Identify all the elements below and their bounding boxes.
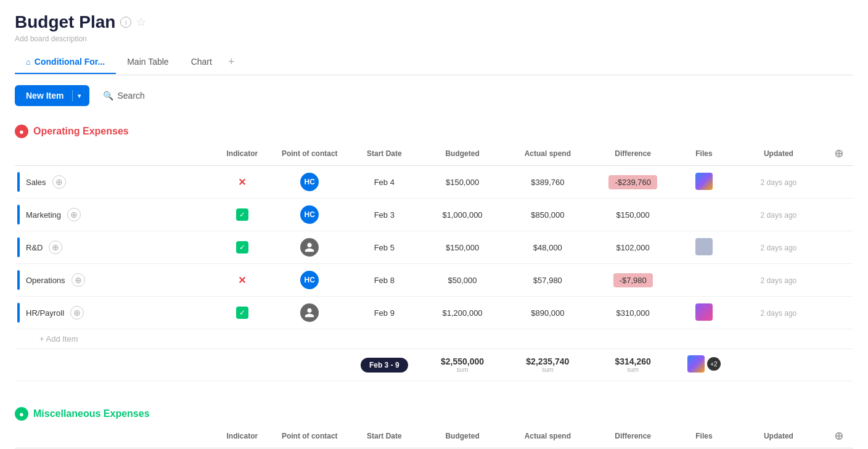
col-header-actualspend: Actual spend bbox=[505, 142, 590, 166]
updated-value: 2 days ago bbox=[761, 211, 797, 220]
summary-actual-label: sum bbox=[507, 366, 588, 373]
page-title: Budget Plan bbox=[15, 12, 115, 32]
summary-empty-updated bbox=[732, 349, 825, 381]
difference-cell: -$239,760 bbox=[591, 166, 676, 199]
updated-value: 2 days ago bbox=[761, 309, 797, 318]
avatar-anon bbox=[300, 238, 319, 257]
budgeted-value: $50,000 bbox=[448, 276, 477, 285]
name-cell: Sales ⊕ bbox=[17, 172, 211, 192]
miscellaneous-expenses-section: ● Miscellaneous Expenses bbox=[15, 403, 853, 449]
operating-expenses-summary-row: Feb 3 - 9 $2,550,000 sum $2,235,740 sum … bbox=[15, 349, 853, 381]
col-header-files: Files bbox=[676, 142, 732, 166]
misc-col-header-indicator: Indicator bbox=[214, 424, 271, 448]
add-item-link[interactable]: + Add Item bbox=[39, 334, 78, 344]
difference-cell: $102,000 bbox=[591, 231, 676, 264]
files-cell bbox=[676, 297, 732, 329]
difference-cell: $310,000 bbox=[591, 297, 676, 329]
operating-expenses-table-wrap: Indicator Point of contact Start Date Bu… bbox=[15, 142, 853, 349]
col-header-poc: Point of contact bbox=[271, 142, 349, 166]
add-subitem-button[interactable]: ⊕ bbox=[70, 306, 84, 319]
misc-expenses-col-headers: Indicator Point of contact Start Date Bu… bbox=[15, 424, 853, 448]
updated-value: 2 days ago bbox=[761, 178, 797, 187]
tab-chart[interactable]: Chart bbox=[180, 51, 223, 74]
indicator-check-icon: ✓ bbox=[236, 208, 248, 221]
indicator-x-icon: ✕ bbox=[238, 275, 246, 286]
add-subitem-button[interactable]: ⊕ bbox=[52, 175, 66, 189]
tab-main-table[interactable]: Main Table bbox=[116, 51, 179, 74]
indicator-check-icon: ✓ bbox=[236, 241, 248, 253]
row-name: Sales bbox=[26, 178, 46, 187]
add-subitem-button[interactable]: ⊕ bbox=[49, 241, 62, 254]
favorite-icon[interactable]: ☆ bbox=[136, 15, 146, 29]
name-cell: Operations ⊕ bbox=[17, 270, 211, 290]
actual-spend-cell: $57,980 bbox=[505, 264, 590, 297]
file-thumbnail bbox=[695, 238, 713, 255]
table-row: HR/Payroll ⊕ ✓ Feb 9 $1,200,000 $890,000… bbox=[15, 297, 853, 329]
updated-value: 2 days ago bbox=[761, 244, 797, 252]
summary-difference: $314,260 sum bbox=[591, 349, 676, 381]
indicator-x-icon: ✕ bbox=[238, 177, 246, 187]
misc-col-header-files: Files bbox=[676, 424, 732, 448]
operating-expenses-table: Indicator Point of contact Start Date Bu… bbox=[15, 142, 853, 349]
info-icon[interactable]: i bbox=[120, 17, 131, 28]
date-value: Feb 9 bbox=[374, 308, 395, 318]
tabs-bar: ⌂ Conditional For... Main Table Chart + bbox=[15, 49, 853, 75]
new-item-button[interactable]: New Item ▾ bbox=[15, 85, 89, 106]
summary-empty-indicator bbox=[214, 349, 271, 381]
operating-expenses-summary-wrap: Feb 3 - 9 $2,550,000 sum $2,235,740 sum … bbox=[15, 349, 853, 381]
miscellaneous-expenses-toggle[interactable]: ● bbox=[15, 407, 28, 421]
tab-conditional-label: Conditional For... bbox=[35, 57, 105, 67]
name-cell: R&D ⊕ bbox=[17, 237, 211, 257]
search-icon: 🔍 bbox=[103, 91, 113, 101]
actual-spend-cell: $850,000 bbox=[505, 199, 590, 231]
misc-col-header-difference: Difference bbox=[591, 424, 676, 448]
new-item-label: New Item bbox=[26, 91, 63, 101]
poc-cell: HC bbox=[271, 264, 349, 297]
add-subitem-button[interactable]: ⊕ bbox=[67, 208, 81, 221]
search-label: Search bbox=[117, 91, 144, 101]
files-cell bbox=[676, 264, 732, 297]
row-bar bbox=[17, 303, 20, 323]
file-thumbnail bbox=[695, 173, 713, 190]
date-value: Feb 4 bbox=[374, 178, 395, 187]
budgeted-value: $150,000 bbox=[446, 178, 479, 187]
miscellaneous-expenses-header: ● Miscellaneous Expenses bbox=[15, 403, 853, 424]
add-column-icon[interactable]: ⊕ bbox=[834, 147, 843, 160]
date-value: Feb 5 bbox=[374, 243, 395, 252]
add-item-row[interactable]: + Add Item bbox=[15, 329, 853, 349]
misc-add-column-icon[interactable]: ⊕ bbox=[834, 430, 843, 442]
summary-actual-spend: $2,235,740 sum bbox=[505, 349, 590, 381]
difference-positive: $150,000 bbox=[616, 210, 650, 220]
operating-expenses-toggle[interactable]: ● bbox=[15, 125, 28, 138]
row-name: HR/Payroll bbox=[26, 308, 64, 318]
updated-value: 2 days ago bbox=[761, 276, 797, 285]
actual-spend-cell: $48,000 bbox=[505, 231, 590, 264]
add-col-cell bbox=[825, 264, 853, 297]
add-subitem-button[interactable]: ⊕ bbox=[72, 273, 85, 287]
misc-col-header-poc: Point of contact bbox=[271, 424, 349, 448]
summary-empty-add bbox=[825, 349, 853, 381]
search-button[interactable]: 🔍 Search bbox=[96, 86, 152, 105]
poc-cell bbox=[271, 297, 349, 329]
miscellaneous-expenses-table-wrap: Indicator Point of contact Start Date Bu… bbox=[15, 424, 853, 449]
updated-cell: 2 days ago bbox=[732, 297, 825, 329]
home-icon: ⌂ bbox=[26, 57, 31, 67]
tab-conditional[interactable]: ⌂ Conditional For... bbox=[15, 51, 116, 74]
budgeted-cell: $150,000 bbox=[420, 231, 505, 264]
toolbar: New Item ▾ 🔍 Search bbox=[15, 85, 853, 106]
budgeted-value: $150,000 bbox=[446, 243, 479, 252]
tab-main-table-label: Main Table bbox=[127, 57, 168, 67]
name-cell: Marketing ⊕ bbox=[17, 205, 211, 224]
board-description[interactable]: Add board description bbox=[15, 35, 853, 43]
add-tab-button[interactable]: + bbox=[223, 49, 240, 75]
misc-col-header-name bbox=[15, 424, 214, 448]
summary-diff-amount: $314,260 bbox=[615, 356, 650, 366]
summary-budgeted: $2,550,000 sum bbox=[420, 349, 505, 381]
add-item-cell[interactable]: + Add Item bbox=[15, 329, 853, 349]
budgeted-cell: $150,000 bbox=[420, 166, 505, 199]
col-header-name bbox=[15, 142, 214, 166]
files-cell bbox=[676, 199, 732, 231]
chevron-down-icon: ▾ bbox=[78, 93, 81, 99]
avatar-hc: HC bbox=[300, 173, 319, 191]
row-bar bbox=[17, 270, 20, 290]
